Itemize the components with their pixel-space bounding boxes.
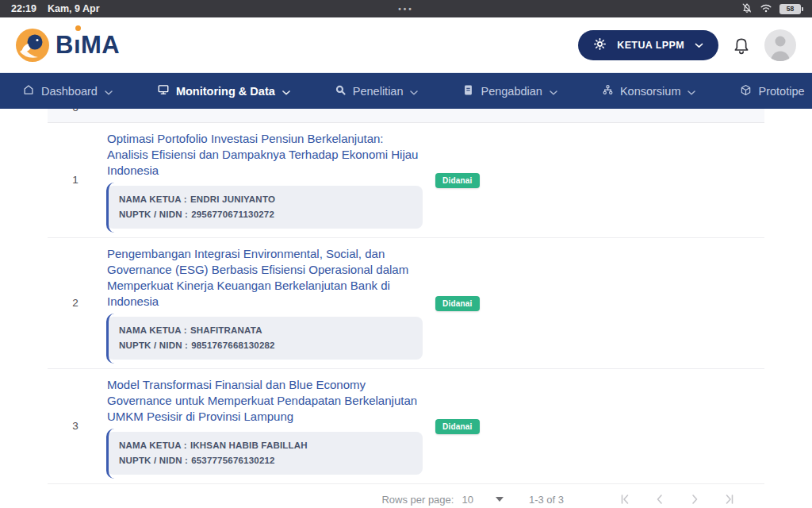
chevron-right-icon <box>688 492 702 506</box>
notifications-muted-icon <box>741 2 753 16</box>
bima-logo[interactable]: BıMA <box>16 29 120 62</box>
accent-brace <box>106 429 116 479</box>
battery-icon: 58 <box>779 4 801 14</box>
nav-item-dashboard[interactable]: Dashboard <box>22 83 113 98</box>
row-number: 3 <box>59 420 91 432</box>
chevron-left-icon <box>653 492 667 506</box>
status-badge: Didanai <box>435 419 480 434</box>
chevron-down-icon <box>282 85 290 98</box>
pagination-bar: Rows per page: 10 1-3 of 3 <box>48 484 764 508</box>
row-number: 2 <box>59 297 91 309</box>
leader-id-line: NUPTK / NIDN :9851767668130282 <box>119 338 412 353</box>
table-row: 3 Model Transformasi Finansial dan Blue … <box>48 369 764 484</box>
nav-item-pengabdian[interactable]: Pengabdian <box>462 84 557 98</box>
document-icon <box>462 84 474 98</box>
previous-page-button[interactable] <box>653 492 667 506</box>
gear-icon <box>593 37 607 53</box>
rows-per-page-value: 10 <box>462 494 473 506</box>
proposal-title-link[interactable]: Optimasi Portofolio Investasi Pensiun Be… <box>107 131 423 179</box>
proposal-title-link[interactable]: Pengembangan Integrasi Environmental, So… <box>107 246 423 310</box>
table-row: 1 Optimasi Portofolio Investasi Pensiun … <box>48 123 764 238</box>
status-badge: Didanai <box>435 173 480 188</box>
last-page-button[interactable] <box>722 492 737 506</box>
notifications-bell-button[interactable] <box>733 36 750 55</box>
cube-icon <box>740 84 752 98</box>
screen: ••• 22:19 Kam, 9 Apr 58 <box>0 0 812 508</box>
nav-item-monitoring-data[interactable]: Monitoring & Data <box>157 83 290 98</box>
accent-brace <box>106 183 116 233</box>
last-page-icon <box>722 492 737 506</box>
main-navbar: Dashboard Monitoring & Data Penelitian P… <box>0 73 812 109</box>
role-selector-button[interactable]: KETUA LPPM <box>578 30 718 60</box>
nav-item-penelitian[interactable]: Penelitian <box>335 84 419 98</box>
proposal-table: 6 1 Optimasi Portofolio Investasi Pensiu… <box>48 109 764 508</box>
app-header: BıMA KETUA LPPM <box>0 17 812 73</box>
rows-per-page-label: Rows per page: <box>381 494 454 506</box>
dropdown-caret-icon <box>496 497 504 502</box>
table-row: 2 Pengembangan Integrasi Environmental, … <box>48 238 764 369</box>
chevron-down-icon <box>105 85 113 98</box>
status-badge: Didanai <box>435 296 480 311</box>
chevron-down-icon <box>688 85 695 98</box>
nav-item-konsorsium[interactable]: Konsorsium <box>602 84 696 98</box>
avatar[interactable] <box>764 29 796 61</box>
first-page-icon <box>618 492 632 506</box>
chevron-down-icon <box>550 85 557 98</box>
android-status-bar: ••• 22:19 Kam, 9 Apr 58 <box>0 0 812 17</box>
search-icon <box>335 84 347 98</box>
proposal-title-link[interactable]: Model Transformasi Finansial dan Blue Ec… <box>107 377 423 425</box>
pagination-range: 1-3 of 3 <box>529 494 564 506</box>
monitor-icon <box>157 83 170 98</box>
chevron-down-icon <box>410 85 418 98</box>
leader-info-box: NAMA KETUA :SHAFITRANATA NUPTK / NIDN :9… <box>107 317 423 360</box>
leader-name-line: NAMA KETUA :SHAFITRANATA <box>119 323 412 338</box>
role-label: KETUA LPPM <box>617 40 684 51</box>
leader-name-line: NAMA KETUA :ENDRI JUNIYANTO <box>119 192 412 207</box>
row-number: 6 <box>59 109 91 122</box>
home-icon <box>22 83 35 98</box>
leader-name-line: NAMA KETUA :IKHSAN HABIB FABILLAH <box>119 438 412 453</box>
leader-info-box: NAMA KETUA :ENDRI JUNIYANTO NUPTK / NIDN… <box>107 186 423 229</box>
bell-icon <box>733 36 750 55</box>
row-number: 1 <box>59 174 91 186</box>
nav-item-prototipe[interactable]: Prototipe <box>740 84 812 98</box>
next-page-button[interactable] <box>688 492 702 506</box>
accent-brace <box>106 314 116 364</box>
bima-logo-mark <box>16 29 49 62</box>
rows-per-page-select[interactable]: 10 <box>462 494 528 506</box>
first-page-button[interactable] <box>618 492 632 506</box>
sitemap-icon <box>602 84 614 98</box>
brand-wordmark: BıMA <box>56 33 120 57</box>
leader-id-line: NUPTK / NIDN :6537775676130212 <box>119 453 412 468</box>
table-row-partial: 6 <box>48 109 764 123</box>
person-icon <box>764 29 796 61</box>
wifi-icon <box>760 2 772 16</box>
camera-cutout-dots: ••• <box>0 5 812 13</box>
leader-id-line: NUPTK / NIDN :2956770671130272 <box>119 207 412 222</box>
leader-info-box: NAMA KETUA :IKHSAN HABIB FABILLAH NUPTK … <box>107 432 423 475</box>
chevron-down-icon <box>695 40 703 51</box>
